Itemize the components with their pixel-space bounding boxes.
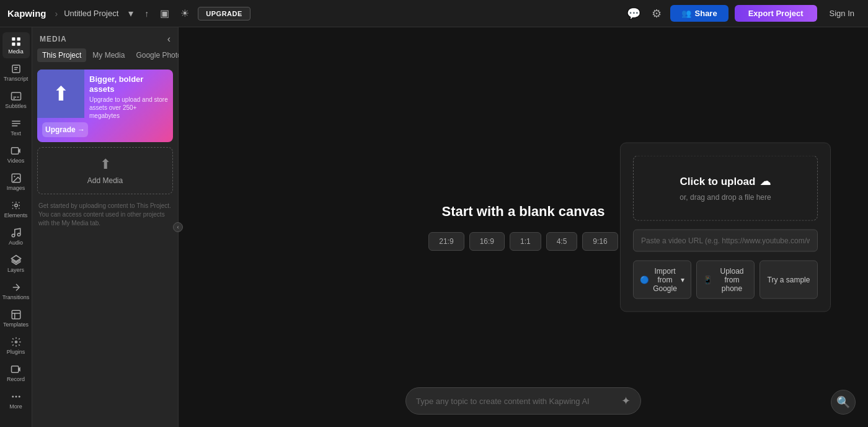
share-button[interactable]: 👥 Share — [670, 5, 728, 22]
upload-cloud-icon: ☁ — [760, 175, 771, 188]
sidebar-templates-label: Templates — [3, 321, 29, 328]
upload-panel: Click to upload ☁ or, drag and drop a fi… — [620, 143, 831, 312]
comments-icon[interactable]: 💬 — [624, 4, 643, 23]
try-sample-button[interactable]: Try a sample — [760, 261, 818, 299]
ratio-4-5[interactable]: 4:5 — [546, 232, 578, 251]
more-icon — [11, 391, 22, 402]
sidebar-item-videos[interactable]: Videos — [2, 142, 30, 168]
sidebar-item-audio[interactable]: Audio — [2, 223, 30, 249]
media-tabs: This Project My Media Google Photos ⋯ — [32, 48, 178, 66]
upgrade-card-description: Upgrade to upload and store assets over … — [89, 96, 168, 120]
sidebar-plugins-label: Plugins — [7, 349, 25, 355]
import-google-button[interactable]: 🔵 Import from Google ▾ — [633, 261, 691, 299]
upgrade-card: ⬆ Bigger, bolder assets Upgrade to uploa… — [37, 70, 173, 142]
export-button[interactable]: Export Project — [735, 5, 817, 22]
upload-phone-label: Upload from phone — [716, 267, 748, 293]
svg-rect-1 — [17, 37, 20, 40]
subtitles-icon — [11, 91, 22, 102]
ai-input[interactable] — [416, 397, 616, 406]
sidebar-item-transcript[interactable]: Transcript — [2, 60, 30, 86]
main-layout: Media Transcript Subtitles Text Videos I… — [0, 27, 868, 427]
elements-icon — [11, 200, 22, 211]
sidebar-more-label: More — [9, 403, 22, 410]
theme-toggle-icon[interactable]: ☀ — [178, 5, 192, 22]
ai-send-button[interactable]: ✦ — [621, 394, 631, 408]
panel-collapse-handle[interactable]: ‹ — [173, 222, 183, 232]
svg-point-16 — [12, 234, 15, 237]
sidebar-item-plugins[interactable]: Plugins — [2, 333, 30, 359]
phone-icon: 📱 — [703, 276, 712, 284]
svg-rect-3 — [17, 43, 20, 46]
sidebar-item-subtitles[interactable]: Subtitles — [2, 87, 30, 113]
sidebar-item-media[interactable]: Media — [2, 32, 30, 58]
ratio-16-9[interactable]: 16:9 — [469, 232, 505, 251]
add-media-upload-icon: ⬆ — [100, 156, 111, 173]
settings-icon[interactable]: ⚙ — [649, 4, 664, 23]
svg-rect-23 — [11, 366, 18, 373]
ratio-21-9[interactable]: 21:9 — [428, 232, 464, 251]
signin-link[interactable]: Sign In — [823, 9, 861, 18]
share-label: Share — [695, 9, 717, 18]
share-icon: 👥 — [681, 9, 691, 18]
upgrade-button[interactable]: UPGRADE — [198, 7, 250, 20]
svg-point-26 — [15, 396, 17, 398]
breadcrumb-sep: › — [55, 9, 58, 19]
sidebar-item-transitions[interactable]: Transitions — [2, 278, 30, 304]
upload-actions: 🔵 Import from Google ▾ 📱 Upload from pho… — [633, 261, 818, 299]
svg-rect-19 — [12, 310, 20, 319]
svg-point-22 — [15, 341, 17, 343]
tab-my-media[interactable]: My Media — [87, 48, 130, 62]
plugins-icon — [11, 336, 22, 348]
media-icon — [11, 36, 22, 47]
sidebar-text-label: Text — [11, 130, 21, 137]
project-dropdown-button[interactable]: ▾ — [126, 5, 136, 22]
tab-this-project[interactable]: This Project — [37, 48, 86, 62]
sidebar-elements-label: Elements — [4, 212, 28, 218]
url-input[interactable] — [633, 230, 818, 252]
google-icon: 🔵 — [640, 276, 649, 284]
sidebar-videos-label: Videos — [7, 158, 24, 164]
media-panel-collapse-button[interactable]: ‹ — [167, 34, 170, 45]
ratio-9-16[interactable]: 9:16 — [582, 232, 618, 251]
canvas-center: Start with a blank canvas 21:9 16:9 1:1 … — [428, 204, 618, 251]
upload-drop-area[interactable]: Click to upload ☁ or, drag and drop a fi… — [633, 156, 818, 221]
upload-phone-button[interactable]: 📱 Upload from phone — [696, 261, 755, 299]
topbar: Kapwing › Untitled Project ▾ ↑ ▣ ☀ UPGRA… — [0, 0, 868, 27]
save-icon[interactable]: ▣ — [157, 5, 172, 22]
svg-rect-0 — [12, 37, 15, 40]
add-media-box[interactable]: ⬆ Add Media — [37, 147, 173, 194]
ratio-1-1[interactable]: 1:1 — [510, 232, 541, 251]
project-title: Untitled Project — [64, 9, 118, 18]
upgrade-card-inner: ⬆ Bigger, bolder assets Upgrade to uploa… — [37, 70, 173, 122]
sidebar-item-templates[interactable]: Templates — [2, 305, 30, 331]
sidebar-item-images[interactable]: Images — [2, 169, 30, 195]
sidebar-transitions-label: Transitions — [2, 294, 30, 300]
images-icon — [11, 173, 22, 184]
sidebar-transcript-label: Transcript — [4, 76, 29, 82]
sidebar-item-text[interactable]: Text — [2, 114, 30, 140]
search-icon: 🔍 — [836, 395, 850, 409]
upgrade-card-button[interactable]: Upgrade → — [42, 122, 88, 137]
media-panel-content: ⬆ Bigger, bolder assets Upgrade to uploa… — [32, 66, 178, 427]
import-google-label: Import from Google — [653, 267, 677, 293]
media-panel-title: MEDIA — [40, 35, 67, 43]
transcript-icon — [11, 63, 22, 74]
app-logo: Kapwing — [7, 8, 46, 19]
dropdown-chevron-icon: ▾ — [681, 276, 684, 284]
sidebar-item-more[interactable]: More — [2, 387, 30, 413]
audio-icon — [11, 227, 22, 238]
upload-title-text: Click to upload — [680, 175, 756, 187]
text-icon — [11, 118, 22, 129]
upload-panel-title: Click to upload ☁ — [680, 175, 771, 188]
sidebar-record-label: Record — [7, 376, 25, 382]
share-upload-icon[interactable]: ↑ — [142, 6, 151, 21]
media-panel: MEDIA ‹ This Project My Media Google Pho… — [32, 27, 179, 427]
sidebar-item-record[interactable]: Record — [2, 360, 30, 386]
sidebar-audio-label: Audio — [9, 240, 23, 246]
media-hint-text: Get started by uploading content to This… — [37, 199, 173, 230]
upload-subtitle: or, drag and drop a file here — [680, 193, 771, 202]
transitions-icon — [11, 282, 22, 293]
sidebar-item-layers[interactable]: Layers — [2, 251, 30, 277]
sidebar-item-elements[interactable]: Elements — [2, 196, 30, 222]
search-fab[interactable]: 🔍 — [831, 390, 856, 415]
